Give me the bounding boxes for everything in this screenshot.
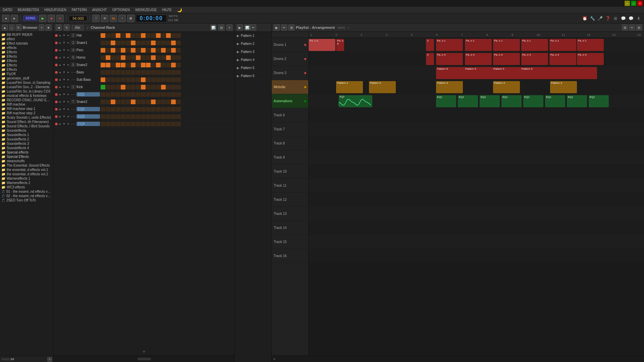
track-label[interactable]: Track 7 (272, 122, 308, 136)
channel-pad[interactable] (111, 122, 115, 126)
channel-pad[interactable] (151, 107, 156, 112)
record-button[interactable]: ● (56, 15, 64, 22)
channel-pad[interactable] (161, 41, 166, 45)
browser-item[interactable]: 📁FlyOff (0, 72, 53, 76)
channel-pad[interactable] (166, 33, 171, 38)
channel-pad[interactable] (161, 122, 166, 126)
channel-rack-refresh[interactable]: ↻ (64, 24, 70, 31)
channel-pad[interactable] (121, 122, 125, 126)
channel-name[interactable]: EQ4 (76, 122, 100, 126)
channel-pad[interactable] (176, 55, 181, 60)
channel-pad[interactable] (106, 33, 110, 38)
channel-pad[interactable] (126, 55, 130, 60)
browser-item[interactable]: 📁generator_stuff (0, 76, 53, 80)
channel-pad[interactable] (146, 48, 151, 53)
pattern-block[interactable]: EQ1 (545, 95, 565, 107)
browser-item[interactable]: 📁effect (0, 37, 53, 41)
channel-pad[interactable] (151, 48, 156, 53)
track-label[interactable]: Track 6 (272, 108, 308, 122)
browser-item[interactable]: 📁Special effects (0, 150, 53, 155)
channel-pad[interactable] (156, 92, 161, 97)
browser-add[interactable]: + (39, 24, 45, 31)
pattern-block[interactable]: Pattern 5 (521, 67, 547, 79)
channel-pad[interactable] (156, 77, 161, 82)
channel-pad[interactable] (106, 55, 110, 60)
channel-ctrl-btn[interactable]: ▲ (58, 93, 62, 96)
channel-pad[interactable] (171, 33, 176, 38)
channel-pad[interactable] (126, 41, 130, 45)
channel-pad[interactable] (116, 92, 120, 97)
channel-name[interactable]: EQ1 (76, 92, 100, 97)
browser-item[interactable]: 📁effects (0, 46, 53, 50)
channel-pad[interactable] (141, 92, 146, 97)
stop-button[interactable]: ■ (48, 15, 55, 22)
pattern-block[interactable]: EQ1 (589, 95, 609, 107)
sys-icon-7[interactable]: 💬 (628, 15, 634, 22)
channel-pad[interactable] (161, 33, 166, 38)
channel-pad[interactable] (111, 77, 115, 82)
channel-pad[interactable] (171, 41, 176, 45)
sys-icon-8[interactable]: ⬇ (635, 15, 642, 22)
track-label[interactable]: Track 9 (272, 150, 308, 165)
channel-row[interactable]: ▲▼●EQ3 (54, 113, 234, 120)
sys-icon-4[interactable]: ❓ (604, 15, 611, 22)
channel-pad[interactable] (121, 48, 125, 53)
channel-pad[interactable] (141, 77, 146, 82)
channel-pad[interactable] (166, 85, 171, 89)
track-row[interactable]: Pattern 5Pattern 5Pattern 5Pattern 5 (309, 66, 644, 80)
channel-pad[interactable] (176, 33, 181, 38)
channel-pad[interactable] (121, 33, 125, 38)
channel-pad[interactable] (101, 107, 105, 112)
pattern-block[interactable]: EQ1 (458, 95, 478, 107)
play-button[interactable]: ▶ (39, 15, 46, 22)
arr-play-btn[interactable]: ▶ (274, 24, 280, 31)
track-mute-dot[interactable] (304, 86, 306, 88)
pattern-block[interactable]: Pattern 3 (369, 81, 396, 93)
channel-pad[interactable] (161, 70, 166, 75)
track-row[interactable] (309, 221, 644, 235)
pattern-block[interactable]: Pa..n 4 (577, 53, 604, 65)
pattern-block[interactable]: Pa..n 1 (549, 39, 576, 51)
track-mute-dot[interactable] (304, 72, 306, 74)
channel-pad[interactable] (146, 107, 151, 112)
track-row[interactable] (309, 193, 644, 207)
channel-name[interactable]: EQ2 (76, 107, 100, 111)
channel-pad[interactable] (161, 55, 166, 60)
channel-pad[interactable] (166, 48, 171, 53)
pattern-block[interactable]: Pattern 3 (436, 81, 463, 93)
channel-pad[interactable] (166, 114, 171, 119)
channel-pad[interactable] (166, 107, 171, 112)
browser-item[interactable]: 📁Special Effects (0, 155, 53, 159)
toolbar-btn-1[interactable]: 🎵 (92, 15, 100, 22)
channel-pad[interactable] (111, 55, 115, 60)
browser-item[interactable]: 📁LucasFilm Sou..2 - Elements (0, 85, 53, 89)
channel-pad[interactable] (156, 100, 161, 104)
channel-pad[interactable] (116, 41, 120, 45)
channel-row[interactable]: ▲▼●Sub Bass (54, 76, 234, 83)
channel-active-dot[interactable] (55, 71, 58, 74)
pattern-block[interactable]: Pattern 3 (493, 81, 520, 93)
channel-ctrl-btn[interactable]: ▲ (58, 115, 62, 118)
channel-pad[interactable] (151, 70, 156, 75)
channel-pad[interactable] (111, 63, 115, 67)
channel-active-dot[interactable] (55, 42, 58, 44)
theme-icon[interactable]: 🌙 (177, 8, 182, 12)
track-label[interactable]: Automations (272, 94, 308, 108)
channel-pad[interactable] (126, 77, 130, 82)
channel-pad[interactable] (126, 107, 130, 112)
track-row[interactable] (309, 249, 644, 263)
channel-pad[interactable] (141, 107, 146, 112)
channel-rack-scrollbar[interactable] (54, 355, 234, 362)
pattern-block[interactable]: Pa..n 1 (493, 39, 520, 51)
pattern-block[interactable]: Pa..n 4 (493, 53, 520, 65)
channel-pad[interactable] (121, 55, 125, 60)
channel-pad[interactable] (156, 70, 161, 75)
channel-pad[interactable] (101, 63, 105, 67)
track-row[interactable]: 3Pa..n 4Pa..n 4Pa..n 4Pa..n 4Pa..n 4Pa..… (309, 52, 644, 66)
channel-pad[interactable] (131, 92, 136, 97)
toolbar-btn-2[interactable]: ⊞ (101, 15, 108, 22)
browser-item[interactable]: 📁The Essential..Sound Effects (0, 163, 53, 168)
arr-tools[interactable]: ⊞ (288, 24, 294, 31)
track-row[interactable] (309, 207, 644, 221)
channel-ctrl-btn[interactable]: ▲ (58, 63, 62, 67)
